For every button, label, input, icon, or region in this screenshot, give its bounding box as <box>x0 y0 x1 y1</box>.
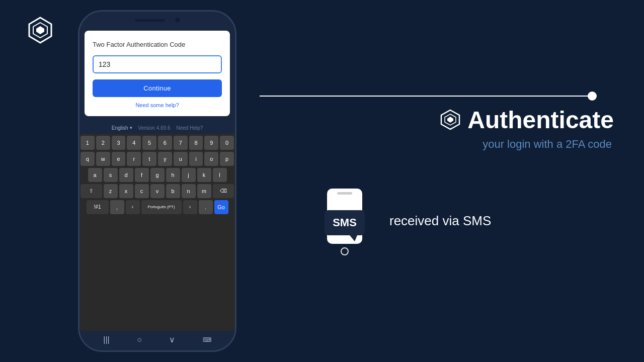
keyboard-row-bottom: !#1 , ‹ Português (PT) › . Go <box>80 200 234 214</box>
key-v[interactable]: v <box>150 184 165 198</box>
language-arrow: ▾ <box>130 125 132 130</box>
auth-subtitle: your login with a 2FA code <box>322 138 614 151</box>
key-e[interactable]: e <box>112 152 126 166</box>
key-b[interactable]: b <box>166 184 180 198</box>
key-3[interactable]: 3 <box>112 136 126 150</box>
phone-mockup: Two Factor Authentication Code Continue … <box>78 10 236 352</box>
key-c[interactable]: c <box>135 184 149 198</box>
key-i[interactable]: i <box>189 152 203 166</box>
key-f[interactable]: f <box>135 168 149 182</box>
key-9[interactable]: 9 <box>204 136 218 150</box>
key-a[interactable]: a <box>88 168 102 182</box>
key-lang-right[interactable]: › <box>183 200 197 214</box>
key-8[interactable]: 8 <box>189 136 203 150</box>
language-selector[interactable]: English ▾ <box>112 125 132 131</box>
key-h[interactable]: h <box>166 168 180 182</box>
key-1[interactable]: 1 <box>80 136 95 150</box>
footer-need-help[interactable]: Need Help? <box>176 125 203 131</box>
key-comma[interactable]: , <box>110 200 124 214</box>
keyboard-row-numbers: 1 2 3 4 5 6 7 8 9 0 <box>80 136 234 150</box>
keyboard-row-3: ⇧ z x c v b n m ⌫ <box>80 184 234 198</box>
auth-title: Authenticate <box>467 106 614 134</box>
key-z[interactable]: z <box>104 184 118 198</box>
key-j[interactable]: j <box>182 168 196 182</box>
key-backspace[interactable]: ⌫ <box>213 184 234 198</box>
key-w[interactable]: w <box>96 152 110 166</box>
svg-marker-5 <box>447 117 453 123</box>
phone-speaker <box>135 19 165 22</box>
key-lang-text[interactable]: Português (PT) <box>141 200 182 214</box>
svg-point-11 <box>341 248 348 255</box>
code-input[interactable] <box>93 55 222 73</box>
key-o[interactable]: o <box>204 152 218 166</box>
key-p[interactable]: p <box>220 152 234 166</box>
key-m[interactable]: m <box>197 184 211 198</box>
key-t[interactable]: t <box>142 152 156 166</box>
logo <box>25 15 55 47</box>
nav-home-icon[interactable]: ○ <box>137 335 142 344</box>
virtual-keyboard: 1 2 3 4 5 6 7 8 9 0 q w e r t <box>79 134 235 331</box>
phone-footer-bar: English ▾ Version 4.69.6 Need Help? <box>79 120 235 134</box>
dialog-title: Two Factor Authentication Code <box>93 41 222 49</box>
nav-recents-icon[interactable]: ∨ <box>169 335 175 344</box>
language-label: English <box>112 125 128 131</box>
key-period[interactable]: . <box>199 200 213 214</box>
auth-dialog: Two Factor Authentication Code Continue … <box>85 31 230 116</box>
continue-button[interactable]: Continue <box>93 79 222 97</box>
svg-text:SMS: SMS <box>333 216 357 229</box>
keyboard-row-2: a s d f g h j k l <box>80 168 234 182</box>
brand-icon <box>439 109 461 131</box>
sms-section: SMS received via SMS <box>322 186 491 256</box>
key-x[interactable]: x <box>119 184 133 198</box>
phone-camera <box>175 18 180 23</box>
authenticate-section: Authenticate your login with a 2FA code <box>322 106 614 151</box>
key-5[interactable]: 5 <box>142 136 156 150</box>
key-l[interactable]: l <box>213 168 227 182</box>
key-k[interactable]: k <box>197 168 211 182</box>
key-shift[interactable]: ⇧ <box>80 184 102 198</box>
phone-screen: Two Factor Authentication Code Continue … <box>79 27 235 331</box>
right-panel: Authenticate your login with a 2FA code … <box>322 0 614 362</box>
key-4[interactable]: 4 <box>127 136 141 150</box>
key-y[interactable]: y <box>158 152 172 166</box>
key-0[interactable]: 0 <box>220 136 234 150</box>
phone-status-bar <box>79 12 235 27</box>
key-7[interactable]: 7 <box>174 136 188 150</box>
auth-heading: Authenticate <box>322 106 614 134</box>
key-u[interactable]: u <box>174 152 188 166</box>
key-2[interactable]: 2 <box>96 136 110 150</box>
key-n[interactable]: n <box>182 184 196 198</box>
phone-nav-bar: ||| ○ ∨ ⌨ <box>79 331 235 350</box>
key-g[interactable]: g <box>150 168 165 182</box>
key-6[interactable]: 6 <box>158 136 172 150</box>
svg-marker-2 <box>36 26 44 34</box>
version-text: Version 4.69.6 <box>138 125 171 131</box>
sms-label: received via SMS <box>389 213 491 229</box>
svg-rect-7 <box>337 192 352 195</box>
key-special[interactable]: !#1 <box>87 200 109 214</box>
connector-dot <box>588 92 597 101</box>
key-s[interactable]: s <box>104 168 118 182</box>
connector-line <box>260 96 593 97</box>
key-go[interactable]: Go <box>214 200 228 214</box>
nav-back-icon[interactable]: ||| <box>103 335 109 344</box>
nav-keyboard-icon[interactable]: ⌨ <box>203 336 211 343</box>
keyboard-row-1: q w e r t y u i o p <box>80 152 234 166</box>
key-r[interactable]: r <box>127 152 141 166</box>
key-q[interactable]: q <box>80 152 95 166</box>
key-lang-left[interactable]: ‹ <box>126 200 140 214</box>
help-link[interactable]: Need some help? <box>93 102 222 108</box>
key-d[interactable]: d <box>119 168 133 182</box>
sms-phone-illustration: SMS <box>322 186 377 256</box>
